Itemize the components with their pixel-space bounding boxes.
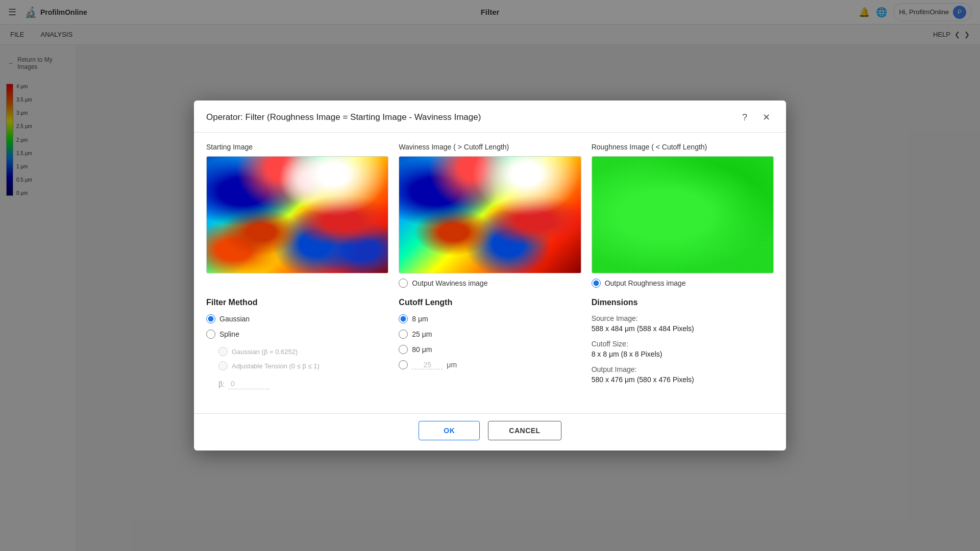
source-image-label: Source Image: — [592, 314, 774, 322]
filter-method-title: Filter Method — [206, 298, 388, 307]
waviness-image-col: Waviness Image ( > Cutoff Length) Output… — [399, 143, 581, 288]
cutoff-size-value: 8 x 8 μm (8 x 8 Pixels) — [592, 350, 774, 358]
cutoff-80-radio[interactable] — [399, 345, 408, 354]
filter-spline-row[interactable]: Spline — [206, 330, 388, 339]
close-dialog-button[interactable]: ✕ — [758, 110, 774, 125]
filter-method-col: Filter Method Gaussian Spline Gaussian (… — [206, 298, 388, 391]
cutoff-title: Cutoff Length — [399, 298, 581, 307]
source-image-section: Source Image: 588 x 484 μm (588 x 484 Pi… — [592, 314, 774, 333]
roughness-image-col: Roughness Image ( < Cutoff Length) Outpu… — [592, 143, 774, 288]
output-roughness-radio[interactable] — [592, 279, 601, 288]
cutoff-custom-radio[interactable] — [399, 360, 408, 369]
dimensions-col: Dimensions Source Image: 588 x 484 μm (5… — [592, 298, 774, 391]
help-dialog-button[interactable]: ? — [737, 110, 752, 125]
dialog-body: Starting Image Waviness Image ( > Cutoff… — [194, 133, 786, 413]
cutoff-80-label: 80 μm — [412, 345, 432, 354]
roughness-image-title: Roughness Image ( < Cutoff Length) — [592, 143, 774, 151]
output-waviness-radio[interactable] — [399, 279, 408, 288]
cutoff-25-radio[interactable] — [399, 330, 408, 339]
spline-adjustable-row[interactable]: Adjustable Tension (0 ≤ β ≤ 1) — [218, 361, 388, 370]
output-roughness-label: Output Roughness image — [605, 279, 686, 287]
output-waviness-row[interactable]: Output Waviness image — [399, 279, 581, 288]
starting-image-preview — [206, 156, 388, 273]
cutoff-25-row[interactable]: 25 μm — [399, 330, 581, 339]
cutoff-size-section: Cutoff Size: 8 x 8 μm (8 x 8 Pixels) — [592, 340, 774, 358]
beta-input[interactable] — [229, 379, 270, 389]
output-waviness-label: Output Waviness image — [412, 279, 487, 287]
spline-gaussian-sub-label: Gaussian (β = 0.6252) — [232, 348, 298, 356]
filter-options: Gaussian Spline Gaussian (β = 0.6252) — [206, 314, 388, 389]
starting-image-col: Starting Image — [206, 143, 388, 288]
ok-button[interactable]: OK — [419, 421, 480, 440]
waviness-heatmap — [399, 157, 580, 273]
cutoff-options: 8 μm 25 μm 80 μm μm — [399, 314, 581, 369]
spline-adjustable-label: Adjustable Tension (0 ≤ β ≤ 1) — [232, 362, 320, 370]
filter-spline-label: Spline — [219, 330, 239, 338]
dialog-header: Operator: Filter (Roughness Image = Star… — [194, 101, 786, 133]
filter-gaussian-row[interactable]: Gaussian — [206, 314, 388, 323]
dialog-footer: OK CANCEL — [194, 413, 786, 450]
output-image-label: Output Image: — [592, 365, 774, 373]
cutoff-25-label: 25 μm — [412, 330, 432, 338]
spline-adjustable-radio[interactable] — [218, 361, 228, 370]
output-roughness-row[interactable]: Output Roughness image — [592, 279, 774, 288]
waviness-image-title: Waviness Image ( > Cutoff Length) — [399, 143, 581, 151]
cutoff-8-label: 8 μm — [412, 315, 428, 323]
output-image-value: 580 x 476 μm (580 x 476 Pixels) — [592, 375, 774, 384]
cutoff-8-row[interactable]: 8 μm — [399, 314, 581, 323]
source-image-value: 588 x 484 μm (588 x 484 Pixels) — [592, 324, 774, 333]
starting-heatmap — [207, 157, 388, 273]
beta-label: β: — [218, 380, 225, 388]
waviness-image-preview — [399, 156, 581, 273]
output-image-section: Output Image: 580 x 476 μm (580 x 476 Pi… — [592, 365, 774, 384]
cutoff-unit: μm — [447, 361, 457, 369]
dialog-header-actions: ? ✕ — [737, 110, 774, 125]
cutoff-custom-row: μm — [399, 360, 581, 369]
roughness-image-preview — [592, 156, 774, 273]
filter-spline-radio[interactable] — [206, 330, 215, 339]
image-section: Starting Image Waviness Image ( > Cutoff… — [206, 143, 774, 288]
bottom-section: Filter Method Gaussian Spline Gaussian (… — [206, 298, 774, 391]
spline-sub-options: Gaussian (β = 0.6252) Adjustable Tension… — [206, 347, 388, 370]
dimensions-title: Dimensions — [592, 298, 774, 307]
cancel-button[interactable]: CANCEL — [488, 421, 561, 440]
filter-dialog: Operator: Filter (Roughness Image = Star… — [194, 101, 786, 450]
filter-gaussian-label: Gaussian — [219, 315, 250, 323]
starting-image-title: Starting Image — [206, 143, 388, 151]
cutoff-8-radio[interactable] — [399, 314, 408, 323]
cutoff-size-label: Cutoff Size: — [592, 340, 774, 348]
spline-gaussian-radio[interactable] — [218, 347, 228, 356]
cutoff-custom-input[interactable] — [412, 361, 443, 369]
cutoff-80-row[interactable]: 80 μm — [399, 345, 581, 354]
spline-gaussian-row[interactable]: Gaussian (β = 0.6252) — [218, 347, 388, 356]
roughness-heatmap — [592, 157, 773, 273]
cutoff-col: Cutoff Length 8 μm 25 μm 80 μm — [399, 298, 581, 391]
dialog-title: Operator: Filter (Roughness Image = Star… — [206, 112, 481, 122]
beta-row: β: — [206, 379, 388, 389]
filter-gaussian-radio[interactable] — [206, 314, 215, 323]
